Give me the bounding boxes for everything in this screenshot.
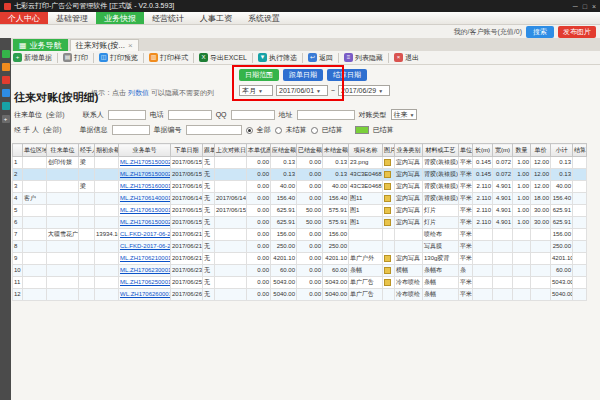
settle-date-button[interactable]: 结算日期 (327, 69, 367, 81)
order-number-link[interactable]: ML.ZH1706250001 (120, 279, 171, 285)
table-row[interactable]: 12WL.ZH17062600012017/06/26无0.005040.000… (13, 289, 587, 301)
image-thumb-icon[interactable] (384, 171, 391, 178)
column-header[interactable]: 业务单号 (119, 144, 171, 157)
date-from-select[interactable]: 2017/06/01 ▼ (276, 85, 328, 96)
shortcut-orange-icon[interactable] (2, 63, 10, 71)
date-range-button[interactable]: 日期范围 (239, 69, 279, 81)
search-button[interactable]: 搜索 (526, 26, 554, 38)
table-row[interactable]: 7大疆雪花广告13934.10CL.FKD-2017-06-22017/06/2… (13, 229, 587, 241)
toolbar-back-button[interactable]: ↩返回 (308, 53, 333, 63)
handler-value[interactable]: (全部) (43, 125, 62, 135)
column-header[interactable]: 小计 (551, 144, 573, 157)
date-to-select[interactable]: 2017/06/29 ▼ (338, 85, 390, 96)
toolbar-print-preview-button[interactable]: ◫打印预览 (99, 53, 138, 63)
table-row[interactable]: 8CL.FKD-2017-06-22017/06/21无0.00250.000.… (13, 241, 587, 253)
menu-item-1[interactable]: 个人中心 (0, 12, 48, 24)
column-header[interactable]: 经手人 (79, 144, 95, 157)
menu-item-3[interactable]: 业务快报 (96, 12, 144, 24)
table-row[interactable]: 9ML.ZH17062100012017/06/21无0.004201.100.… (13, 253, 587, 265)
column-header[interactable]: 材料或工艺 (423, 144, 459, 157)
column-header[interactable]: 宽(m) (493, 144, 513, 157)
table-row[interactable]: 4客户ML.ZH17061400012017/06/14无2017/06/140… (13, 193, 587, 205)
menu-item-6[interactable]: 系统设置 (240, 12, 288, 24)
order-number-link[interactable]: ML.ZH1706210001 (120, 255, 171, 261)
toolbar-run-filter-button[interactable]: ▼执行筛选 (258, 53, 297, 63)
table-row[interactable]: 5ML.ZH17061500012017/06/15无2017/06/150.0… (13, 205, 587, 217)
column-header[interactable]: 项目名称 (349, 144, 383, 157)
hint-link[interactable]: 列数值 (128, 89, 149, 96)
column-header[interactable]: 单位区域 (23, 144, 47, 157)
column-header[interactable]: 长(m) (473, 144, 493, 157)
table-row[interactable]: 10ML.ZH17062300012017/06/23无0.0060.000.0… (13, 265, 587, 277)
column-header[interactable]: 往来单位 (47, 144, 79, 157)
image-thumb-icon[interactable] (384, 183, 391, 190)
contact-input[interactable] (108, 110, 146, 120)
column-header[interactable]: 本单优惠 (247, 144, 271, 157)
radio-all[interactable] (246, 127, 253, 134)
order-number-link[interactable]: CL.FKD-2017-06-2 (120, 243, 171, 249)
column-header[interactable]: 业务类别 (395, 144, 423, 157)
doc-input[interactable] (112, 125, 150, 135)
image-thumb-icon[interactable] (384, 255, 391, 262)
minimize-button[interactable]: ─ (573, 3, 578, 10)
table-row[interactable]: 2ML.ZH17051500022017/06/15无0.000.130.000… (13, 169, 587, 181)
column-header[interactable]: 结算备注 (573, 144, 587, 157)
follow-date-button[interactable]: 跟单日期 (283, 69, 323, 81)
radio-unsettled[interactable] (275, 127, 282, 134)
order-number-link[interactable]: ML.ZH1706230001 (120, 267, 171, 273)
table-row[interactable]: 3梁ML.ZH17051600012017/06/16无0.0040.000.0… (13, 181, 587, 193)
toolbar-print-style-button[interactable]: ▥打印样式 (149, 53, 188, 63)
unit-value[interactable]: (全部) (46, 110, 65, 120)
order-number-link[interactable]: ML.ZH1705150002 (120, 159, 171, 165)
column-header[interactable]: 期初余额 (95, 144, 119, 157)
image-thumb-icon[interactable] (384, 159, 391, 166)
column-header[interactable]: 上次对账日期 (215, 144, 247, 157)
order-number-link[interactable]: CL.FKD-2017-06-2 (120, 231, 171, 237)
address-input[interactable] (297, 110, 355, 120)
order-number-link[interactable]: ML.ZH1706140001 (120, 195, 171, 201)
qq-input[interactable] (231, 110, 275, 120)
shortcut-teal-icon[interactable] (2, 102, 10, 110)
image-thumb-icon[interactable] (384, 207, 391, 214)
tab-close-icon[interactable]: × (128, 41, 133, 50)
maximize-button[interactable]: □ (583, 3, 587, 10)
image-thumb-icon[interactable] (384, 219, 391, 226)
phone-input[interactable] (168, 110, 212, 120)
shortcut-red-icon[interactable] (2, 76, 10, 84)
order-number-link[interactable]: ML.ZH1706150001 (120, 207, 171, 213)
menu-item-5[interactable]: 人事工资 (192, 12, 240, 24)
image-thumb-icon[interactable] (384, 195, 391, 202)
toolbar-list-hide-button[interactable]: ≡列表隐藏 (344, 53, 383, 63)
column-header[interactable]: 跟单 (203, 144, 215, 157)
toolbar-exit-button[interactable]: ×退出 (394, 53, 419, 63)
column-header[interactable]: 单价 (531, 144, 551, 157)
column-header[interactable] (13, 144, 23, 157)
publish-image-button[interactable]: 发布图片 (558, 26, 596, 38)
tab-business-nav[interactable]: ▦ 业务导航 (13, 39, 68, 51)
close-button[interactable]: × (592, 3, 596, 10)
menu-item-2[interactable]: 基础管理 (48, 12, 96, 24)
order-number-link[interactable]: ML.ZH1706150002 (120, 219, 171, 225)
column-header[interactable]: 单位 (459, 144, 473, 157)
toolbar-new-doc-button[interactable]: +新增单据 (13, 53, 52, 63)
shortcut-green-icon[interactable] (2, 50, 10, 58)
shortcut-blue-icon[interactable] (2, 89, 10, 97)
toolbar-export-excel-button[interactable]: X导出EXCEL (199, 53, 247, 63)
column-header[interactable]: 已结金额 (297, 144, 323, 157)
column-header[interactable]: 下单日期 (171, 144, 203, 157)
column-header[interactable]: 应结金额 (271, 144, 297, 157)
shortcut-add-icon[interactable]: + (2, 115, 10, 123)
order-number-link[interactable]: WL.ZH1706260001 (120, 291, 171, 297)
menu-item-4[interactable]: 经营统计 (144, 12, 192, 24)
table-row[interactable]: 1创印传媒梁ML.ZH17051500022017/06/15无0.000.13… (13, 157, 587, 169)
order-number-link[interactable]: ML.ZH1705160001 (120, 183, 171, 189)
tab-reconciliation[interactable]: 往来对账(按... × (70, 39, 139, 51)
type-select[interactable]: 往来 ▼ (391, 109, 417, 120)
docno-input[interactable] (186, 125, 242, 135)
order-number-link[interactable]: ML.ZH1705150002 (120, 171, 171, 177)
table-row[interactable]: 11ML.ZH17062500012017/06/25无0.005043.000… (13, 277, 587, 289)
image-thumb-icon[interactable] (384, 267, 391, 274)
table-row[interactable]: 6ML.ZH17061500022017/06/15无0.00625.9150.… (13, 217, 587, 229)
toolbar-print-button[interactable]: ▤打印 (63, 53, 88, 63)
column-header[interactable]: 未结金额 (323, 144, 349, 157)
